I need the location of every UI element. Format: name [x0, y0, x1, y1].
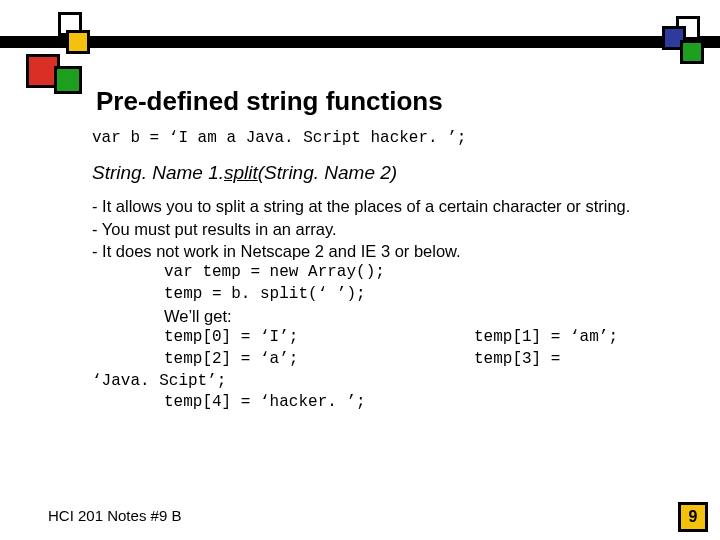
function-signature: String. Name 1.split(String. Name 2): [92, 160, 694, 186]
result-3-cont: ‘Java. Scipt’;: [92, 371, 694, 393]
fn-name: split: [224, 162, 258, 183]
fn-arg: (String. Name 2): [258, 162, 397, 183]
var-decl: var b = ‘I am a Java. Script hacker. ’;: [92, 128, 694, 150]
bullet-3: - It does not work in Netscape 2 and IE …: [92, 240, 694, 262]
logo-cluster: [18, 48, 108, 118]
example-line-1: var temp = new Array();: [92, 262, 694, 284]
result-1: temp[1] = ‘am’;: [474, 327, 618, 349]
logo-square-green: [54, 66, 82, 94]
result-3: temp[3] =: [474, 349, 560, 371]
bullet-1: - It allows you to split a string at the…: [92, 195, 694, 217]
result-row-0: temp[0] = ‘I’; temp[1] = ‘am’;: [92, 327, 694, 349]
result-2: temp[2] = ‘a’;: [164, 349, 474, 371]
top-bar: [0, 36, 720, 48]
result-row-1: temp[2] = ‘a’; temp[3] =: [92, 349, 694, 371]
footer-text: HCI 201 Notes #9 B: [48, 507, 181, 524]
fn-receiver: String. Name 1.: [92, 162, 224, 183]
bullet-2: - You must put results in an array.: [92, 218, 694, 240]
slide-body: var b = ‘I am a Java. Script hacker. ’; …: [92, 128, 694, 414]
result-0: temp[0] = ‘I’;: [164, 327, 474, 349]
accent-square-green: [680, 40, 704, 64]
logo-square-yellow: [66, 30, 90, 54]
example-caption: We’ll get:: [92, 305, 694, 327]
slide-number: 9: [678, 502, 708, 532]
example-line-2: temp = b. split(‘ ’);: [92, 284, 694, 306]
slide-title: Pre-defined string functions: [96, 86, 443, 117]
accent-corner: [650, 16, 714, 72]
result-4: temp[4] = ‘hacker. ’;: [92, 392, 694, 414]
